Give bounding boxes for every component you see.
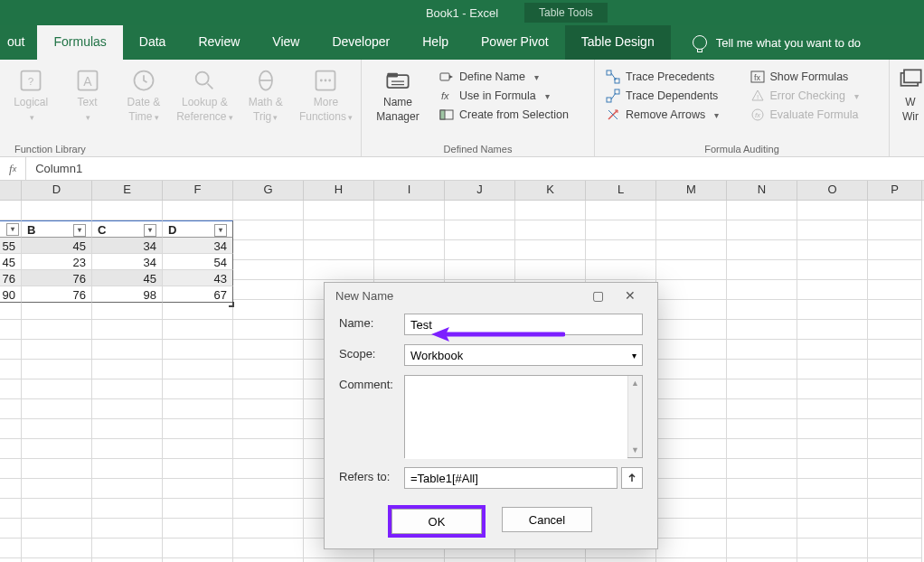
cell[interactable] bbox=[797, 479, 868, 499]
cell[interactable] bbox=[374, 260, 445, 280]
cell[interactable] bbox=[233, 340, 304, 360]
col-L[interactable]: L bbox=[586, 181, 656, 200]
cell[interactable] bbox=[92, 201, 163, 220]
tab-formulas[interactable]: Formulas bbox=[37, 25, 122, 60]
cell[interactable] bbox=[797, 260, 868, 280]
cell[interactable] bbox=[868, 280, 922, 300]
filter-dropdown-icon[interactable]: ▾ bbox=[144, 224, 156, 237]
table-cell[interactable]: 43 bbox=[163, 270, 233, 286]
cell[interactable] bbox=[233, 201, 304, 220]
cell[interactable] bbox=[163, 360, 233, 379]
table-cell[interactable]: 34 bbox=[163, 238, 233, 254]
cell[interactable] bbox=[233, 519, 304, 539]
datetime-button[interactable]: Date & Time bbox=[120, 65, 167, 141]
cell[interactable] bbox=[868, 240, 922, 260]
cell[interactable] bbox=[163, 201, 233, 220]
cell[interactable] bbox=[515, 240, 586, 260]
refers-to-input[interactable] bbox=[404, 467, 618, 489]
cell[interactable] bbox=[0, 201, 22, 220]
create-from-selection-button[interactable]: Create from Selection bbox=[436, 107, 572, 123]
table-header-B[interactable]: B▾ bbox=[22, 220, 92, 238]
cell[interactable] bbox=[586, 201, 656, 220]
cell[interactable] bbox=[656, 439, 727, 459]
cell[interactable] bbox=[233, 399, 304, 419]
tab-developer[interactable]: Developer bbox=[316, 25, 406, 60]
cell[interactable] bbox=[0, 320, 22, 340]
cell[interactable] bbox=[445, 201, 515, 220]
col-K[interactable]: K bbox=[515, 181, 586, 200]
cell[interactable] bbox=[233, 300, 304, 320]
cell[interactable] bbox=[727, 399, 797, 419]
cell[interactable] bbox=[0, 519, 22, 539]
cell[interactable] bbox=[797, 399, 868, 419]
table-cell[interactable]: 34 bbox=[92, 238, 163, 254]
cell[interactable] bbox=[727, 439, 797, 459]
col-J[interactable]: J bbox=[445, 181, 515, 200]
cell[interactable] bbox=[656, 240, 727, 260]
cell[interactable] bbox=[163, 340, 233, 360]
cell[interactable] bbox=[233, 459, 304, 479]
cell[interactable] bbox=[868, 260, 922, 280]
cell[interactable] bbox=[656, 379, 727, 399]
cell[interactable] bbox=[0, 459, 22, 479]
cell[interactable] bbox=[163, 499, 233, 519]
cell[interactable] bbox=[0, 300, 22, 320]
cell[interactable] bbox=[586, 240, 656, 260]
cell[interactable] bbox=[656, 201, 727, 220]
name-input[interactable] bbox=[404, 314, 643, 335]
cell[interactable] bbox=[656, 459, 727, 479]
cell[interactable] bbox=[797, 379, 868, 399]
col-I[interactable]: I bbox=[374, 181, 445, 200]
cell[interactable] bbox=[797, 220, 868, 240]
cell[interactable] bbox=[868, 201, 922, 220]
cell[interactable] bbox=[727, 320, 797, 340]
cell[interactable] bbox=[656, 280, 727, 300]
col-N[interactable]: N bbox=[727, 181, 797, 200]
cell[interactable] bbox=[163, 439, 233, 459]
cell[interactable] bbox=[868, 558, 922, 562]
cell[interactable] bbox=[22, 300, 92, 320]
cell[interactable] bbox=[22, 539, 92, 558]
cell[interactable] bbox=[656, 519, 727, 539]
cell[interactable] bbox=[163, 519, 233, 539]
cell[interactable] bbox=[0, 439, 22, 459]
fx-label[interactable]: fx bbox=[0, 157, 26, 180]
cell[interactable] bbox=[868, 439, 922, 459]
cell[interactable] bbox=[163, 558, 233, 562]
cell[interactable] bbox=[22, 439, 92, 459]
cell[interactable] bbox=[92, 479, 163, 499]
cell[interactable] bbox=[727, 519, 797, 539]
cell[interactable] bbox=[445, 220, 515, 240]
table-cell[interactable]: 45 bbox=[0, 254, 22, 270]
cell[interactable] bbox=[868, 519, 922, 539]
cell[interactable] bbox=[656, 300, 727, 320]
cell[interactable] bbox=[727, 499, 797, 519]
col-F[interactable]: F bbox=[163, 181, 233, 200]
cell[interactable] bbox=[92, 519, 163, 539]
filter-dropdown-icon[interactable]: ▾ bbox=[73, 224, 86, 237]
cell[interactable] bbox=[233, 479, 304, 499]
table-cell[interactable]: 45 bbox=[22, 238, 92, 254]
logical-button[interactable]: ? Logical bbox=[7, 65, 54, 141]
cell[interactable] bbox=[797, 539, 868, 558]
cell[interactable] bbox=[304, 240, 374, 260]
cell[interactable] bbox=[374, 558, 445, 562]
cell[interactable] bbox=[727, 419, 797, 439]
cell[interactable] bbox=[92, 439, 163, 459]
remove-arrows-button[interactable]: Remove Arrows ▾ bbox=[602, 107, 738, 123]
tab-tabledesign[interactable]: Table Design bbox=[565, 25, 671, 60]
cell[interactable] bbox=[868, 340, 922, 360]
cell[interactable] bbox=[656, 360, 727, 379]
cell[interactable] bbox=[233, 379, 304, 399]
cell[interactable] bbox=[586, 558, 656, 562]
cell[interactable] bbox=[0, 499, 22, 519]
cell[interactable] bbox=[92, 558, 163, 562]
table-resize-handle[interactable] bbox=[229, 302, 234, 307]
use-in-formula-button[interactable]: fx Use in Formula ▾ bbox=[436, 88, 572, 104]
cell[interactable] bbox=[233, 360, 304, 379]
cell[interactable] bbox=[22, 320, 92, 340]
cell[interactable] bbox=[163, 300, 233, 320]
cell[interactable] bbox=[92, 459, 163, 479]
table-cell[interactable]: 98 bbox=[92, 286, 163, 303]
lookup-button[interactable]: Lookup & Reference bbox=[176, 65, 232, 141]
